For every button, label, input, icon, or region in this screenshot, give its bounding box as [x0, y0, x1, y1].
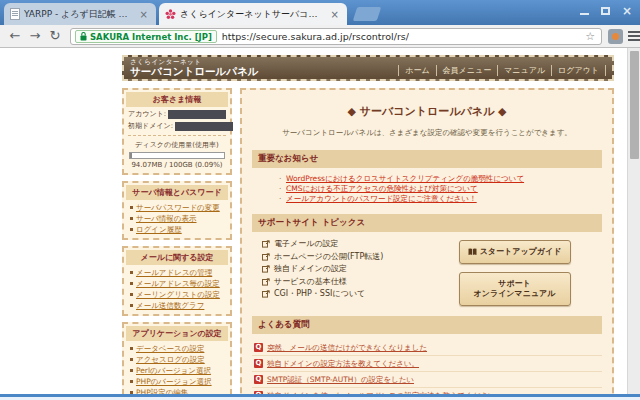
startup-guide-label: スタートアップガイド: [480, 247, 562, 257]
support-buttons: スタートアップガイド サポート オンラインマニュアル: [427, 238, 602, 306]
new-tab-button[interactable]: [353, 7, 382, 21]
account-label: アカウント:: [128, 109, 166, 119]
url-text: https://secure.sakura.ad.jp/rscontrol/rs…: [222, 31, 409, 42]
support-link[interactable]: ホームページの公開(FTP転送): [262, 251, 427, 264]
security-badge[interactable]: SAKURA Internet Inc. [JP]: [75, 30, 217, 43]
support-link-label: 電子メールの設定: [274, 238, 339, 251]
divider: [128, 135, 226, 136]
browser-window: YARPP - よろず日記帳 — W × さくらインターネットサーバコントロ ×…: [0, 0, 640, 400]
support-link-label: CGI・PHP・SSIについて: [274, 288, 365, 301]
external-link-icon: [262, 290, 270, 298]
section-title: サーバ情報とパスワード: [126, 185, 228, 200]
disk-usage-value: 94.07MB / 100GB (0.09%): [126, 161, 228, 171]
section-title: よくある質問: [258, 319, 310, 331]
security-badge-label: SAKURA Internet Inc. [JP]: [90, 32, 212, 42]
startup-guide-button[interactable]: スタートアップガイド: [459, 240, 571, 264]
important-notices-list: WordPressにおけるクロスサイトスクリプティングの脆弱性についてCMSにお…: [278, 174, 602, 204]
reload-icon[interactable]: ↻: [46, 28, 64, 43]
sidebar-link[interactable]: アクセスログの設定: [129, 354, 227, 365]
question-icon: [254, 359, 263, 368]
disk-usage-bar: [129, 152, 225, 159]
faq-link[interactable]: 突然、メールの送信だけができなくなりました: [267, 343, 427, 353]
minimize-icon[interactable]: [580, 7, 589, 15]
document-favicon-icon: [10, 8, 20, 20]
sidebar-link[interactable]: PHPのバージョン選択: [129, 376, 227, 387]
support-link[interactable]: サービスの基本仕様: [262, 276, 427, 289]
window-controls: ×: [580, 5, 632, 17]
sidebar-link[interactable]: ログイン履歴: [129, 224, 227, 235]
forward-icon[interactable]: →: [26, 28, 44, 43]
sidebar-link[interactable]: メール送信数グラフ: [129, 300, 227, 311]
important-notices-header: 重要なお知らせ: [252, 150, 602, 168]
faq-row: 独自ドメインの設定方法を教えてください。: [252, 356, 602, 372]
site-container: さくらインターネット サーバコントロールパネル ホーム会員メニューマニュアルログ…: [122, 55, 614, 394]
support-link[interactable]: CGI・PHP・SSIについて: [262, 288, 427, 301]
maximize-icon[interactable]: [601, 7, 610, 15]
page-title: ◆ サーバコントロールパネル ◆: [252, 104, 602, 119]
section-title: 重要なお知らせ: [258, 153, 318, 165]
support-links: 電子メールの設定 ホームページの公開(FTP転送): [252, 238, 427, 306]
support-link-label: 独自ドメインの設定: [274, 263, 347, 276]
notice-link[interactable]: メールアカウントのパスワード設定にご注意ください！: [278, 194, 602, 204]
support-link-label: ホームページの公開(FTP転送): [274, 251, 383, 264]
sidebar-link[interactable]: Perlのバージョン選択: [129, 365, 227, 376]
support-link-label: サービスの基本仕様: [274, 276, 347, 289]
page-scrollbar[interactable]: [627, 48, 640, 394]
notice-link[interactable]: WordPressにおけるクロスサイトスクリプティングの脆弱性について: [278, 174, 602, 184]
faq-header: よくある質問: [252, 316, 602, 334]
header-menu-item[interactable]: 会員メニュー: [436, 65, 498, 76]
address-bar[interactable]: SAKURA Internet Inc. [JP] https://secure…: [70, 28, 602, 45]
window-close-icon[interactable]: ×: [622, 6, 632, 16]
sidebar-link[interactable]: サーバ情報の表示: [129, 213, 227, 224]
sidebar: お客さま情報 アカウント: 初期ドメイン: ディスクの使用量(使用率) 94.0: [122, 88, 232, 394]
support-link[interactable]: 電子メールの設定: [262, 238, 427, 251]
support-topics-header: サポートサイト トピックス: [252, 214, 602, 232]
external-link-icon: [262, 253, 270, 261]
sidebar-section-server: サーバ情報とパスワード サーバパスワードの変更サーバ情報の表示ログイン履歴: [122, 181, 232, 240]
brand-large: サーバコントロールパネル: [130, 66, 258, 77]
section-title: サポートサイト トピックス: [258, 217, 365, 229]
tab-title: YARPP - よろず日記帳 — W: [24, 8, 134, 21]
page-viewport: さくらインターネット サーバコントロールパネル ホーム会員メニューマニュアルログ…: [0, 48, 627, 394]
page-subtitle: サーバコントロールパネルは、さまざまな設定の確認や変更を行うことができます。: [252, 128, 602, 138]
header-menu-item[interactable]: ログアウト: [551, 65, 606, 76]
header-menu-item[interactable]: マニュアル: [497, 65, 551, 76]
sidebar-link[interactable]: PHP設定の編集: [129, 387, 227, 394]
account-value-redacted: [168, 110, 226, 119]
tab-yarpp[interactable]: YARPP - よろず日記帳 — W ×: [4, 3, 156, 25]
sidebar-section-application: アプリケーションの設定 データベースの設定アクセスログの設定Perlのバージョン…: [122, 322, 232, 394]
domain-value-redacted: [175, 122, 233, 131]
sidebar-link[interactable]: データベースの設定: [129, 343, 227, 354]
browser-toolbar: ← → ↻ SAKURA Internet Inc. [JP] https://…: [0, 25, 640, 48]
customer-info-box: お客さま情報 アカウント: 初期ドメイン: ディスクの使用量(使用率) 94.0: [122, 88, 232, 175]
sidebar-link[interactable]: サーバパスワードの変更: [129, 202, 227, 213]
faq-link[interactable]: 独自ドメインの設定方法を教えてください。: [267, 359, 419, 369]
support-topics: 電子メールの設定 ホームページの公開(FTP転送): [252, 238, 602, 306]
tab-close-icon[interactable]: ×: [329, 9, 341, 20]
scrollbar-thumb[interactable]: [630, 51, 639, 159]
chrome-menu-icon[interactable]: [628, 31, 640, 42]
faq-link[interactable]: SMTP認証（SMTP-AUTH）の設定をしたい: [267, 375, 414, 385]
bookmark-star-icon[interactable]: ☆: [585, 30, 595, 43]
faq-list: 突然、メールの送信だけができなくなりました 独自ドメインの設定方法を教えてくださ…: [252, 340, 602, 394]
sidebar-section-mail: メールに関する設定 メールアドレスの管理メールアドレス毎の設定メーリングリストの…: [122, 246, 232, 316]
sidebar-link[interactable]: メールアドレス毎の設定: [129, 278, 227, 289]
header-menu-item[interactable]: ホーム: [398, 65, 435, 76]
tab-strip: YARPP - よろず日記帳 — W × さくらインターネットサーバコントロ ×…: [0, 0, 640, 25]
notice-link[interactable]: CMSにおける不正アクセスの危険性および対策について: [278, 184, 602, 194]
tab-sakura-control-panel[interactable]: さくらインターネットサーバコントロ ×: [159, 3, 347, 25]
faq-row: 突然、メールの送信だけができなくなりました: [252, 340, 602, 356]
online-manual-button[interactable]: サポート オンラインマニュアル: [459, 272, 571, 306]
padlock-icon: [80, 32, 87, 41]
tab-close-icon[interactable]: ×: [138, 9, 150, 20]
sidebar-link[interactable]: メーリングリストの設定: [129, 289, 227, 300]
sakura-favicon-icon: [165, 9, 176, 20]
disk-usage-fill: [130, 153, 132, 158]
sidebar-link[interactable]: メールアドレスの管理: [129, 267, 227, 278]
support-link[interactable]: 独自ドメインの設定: [262, 263, 427, 276]
main-panel: ◆ サーバコントロールパネル ◆ サーバコントロールパネルは、さまざまな設定の確…: [240, 88, 614, 394]
extension-icon[interactable]: [608, 29, 623, 44]
header-menu: ホーム会員メニューマニュアルログアウト: [398, 65, 606, 76]
back-icon[interactable]: ←: [6, 28, 24, 43]
customer-info-title: お客さま情報: [126, 92, 228, 107]
